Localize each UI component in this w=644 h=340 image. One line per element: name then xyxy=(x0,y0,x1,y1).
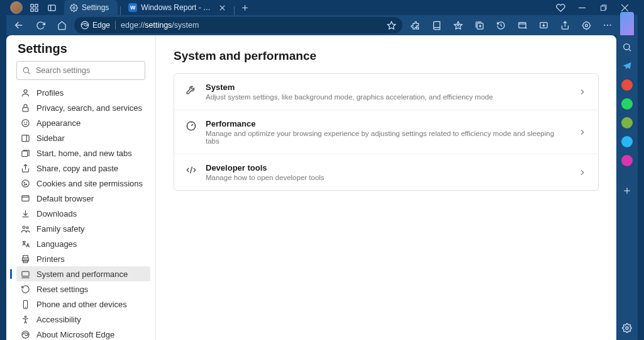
performance-icon[interactable] xyxy=(577,16,595,34)
browser-icon xyxy=(20,193,30,203)
svg-rect-2 xyxy=(30,8,33,11)
svg-rect-48 xyxy=(21,150,27,156)
address-bar[interactable]: Edge edge://settings/system xyxy=(74,17,402,33)
tab-label: Settings xyxy=(82,3,109,12)
chevron-right-icon xyxy=(578,88,587,96)
nav-languages[interactable]: Languages xyxy=(16,236,150,251)
copilot-button[interactable] xyxy=(620,12,634,37)
downloads-icon[interactable] xyxy=(535,16,552,34)
row-performance[interactable]: Performance Manage and optimize your bro… xyxy=(174,110,598,154)
row-title: Developer tools xyxy=(206,163,569,173)
svg-point-30 xyxy=(585,24,587,26)
svg-rect-12 xyxy=(601,6,605,10)
nav-cookies[interactable]: Cookies and site permissions xyxy=(16,176,150,191)
download-icon xyxy=(20,208,30,218)
svg-point-38 xyxy=(610,25,611,26)
close-icon[interactable] xyxy=(218,3,226,12)
new-tab-button[interactable] xyxy=(237,0,252,15)
sidebar-settings-icon[interactable] xyxy=(620,321,634,335)
nav-sidebar[interactable]: Sidebar xyxy=(16,130,150,145)
row-devtools[interactable]: Developer tools Manage how to open devel… xyxy=(174,154,598,190)
nav-share[interactable]: Share, copy and paste xyxy=(16,161,150,176)
settings-heading: Settings xyxy=(18,42,150,56)
nav-profiles[interactable]: Profiles xyxy=(16,85,150,100)
svg-point-44 xyxy=(24,122,25,122)
nav-downloads[interactable]: Downloads xyxy=(16,206,150,221)
language-icon xyxy=(20,239,30,249)
tab-actions-icon[interactable] xyxy=(44,0,59,15)
nav-family[interactable]: Family safety xyxy=(16,221,150,236)
nav-start-home[interactable]: Start, home, and new tabs xyxy=(16,145,150,161)
favorite-star-icon[interactable] xyxy=(387,21,396,30)
svg-point-31 xyxy=(582,21,589,28)
row-desc: Manage how to open developer tools xyxy=(206,174,569,181)
svg-rect-4 xyxy=(48,5,55,11)
history-icon[interactable] xyxy=(492,16,509,34)
profile-icon xyxy=(20,88,30,98)
maximize-button[interactable] xyxy=(592,0,614,15)
sidebar-app-icon-1[interactable] xyxy=(620,78,634,92)
settings-sidebar: Settings Profiles Privacy, search, and s… xyxy=(6,35,156,340)
minimize-button[interactable] xyxy=(571,0,592,15)
tab-settings[interactable]: Settings xyxy=(64,0,118,15)
row-system[interactable]: System Adjust system settings, like back… xyxy=(174,74,598,110)
extensions-icon[interactable] xyxy=(406,16,424,34)
svg-line-26 xyxy=(525,27,526,29)
home-button[interactable] xyxy=(53,16,70,34)
workspaces-icon[interactable] xyxy=(26,0,42,15)
chevron-right-icon xyxy=(578,128,587,137)
sidebar-search-icon[interactable] xyxy=(620,40,634,54)
phone-icon xyxy=(20,299,30,309)
tabs: Settings W Windows Report - Your go-to s… xyxy=(64,0,252,15)
sidebar-whatsapp-icon[interactable] xyxy=(620,97,634,111)
nav-appearance[interactable]: Appearance xyxy=(16,115,150,130)
app-icon[interactable] xyxy=(513,16,531,34)
search-icon xyxy=(22,66,31,75)
sidebar-add-icon[interactable] xyxy=(620,184,634,198)
search-input[interactable] xyxy=(36,66,140,75)
edge-sidebar xyxy=(616,35,638,340)
sidebar-app-icon-3[interactable] xyxy=(620,135,634,149)
svg-marker-17 xyxy=(387,21,396,29)
tab-label: Windows Report - Your go-to sou xyxy=(141,3,214,12)
nav-accessibility[interactable]: Accessibility xyxy=(16,312,150,327)
nav-privacy[interactable]: Privacy, search, and services xyxy=(16,100,150,115)
search-settings-box[interactable] xyxy=(16,61,145,80)
sidebar-telegram-icon[interactable] xyxy=(620,59,634,73)
svg-point-73 xyxy=(624,44,630,50)
nav-default-browser[interactable]: Default browser xyxy=(16,191,150,206)
refresh-button[interactable] xyxy=(31,16,49,34)
collections-icon[interactable] xyxy=(470,16,488,34)
sidebar-app-icon-2[interactable] xyxy=(620,116,634,130)
toolbar: Edge edge://settings/system xyxy=(6,15,638,35)
nav-system-performance[interactable]: System and performance xyxy=(16,266,150,281)
back-button[interactable] xyxy=(10,16,28,34)
nav-reset[interactable]: Reset settings xyxy=(16,281,150,297)
svg-rect-63 xyxy=(21,271,28,276)
svg-line-74 xyxy=(629,49,631,51)
favorites-icon[interactable] xyxy=(449,16,467,34)
browser-essentials-icon[interactable] xyxy=(550,0,571,15)
tab-windows-report[interactable]: W Windows Report - Your go-to sou xyxy=(123,0,231,15)
nav-printers[interactable]: Printers xyxy=(16,251,150,266)
svg-point-36 xyxy=(604,25,605,26)
page-title: System and performance xyxy=(174,49,599,63)
svg-point-53 xyxy=(24,184,25,184)
sidebar-messenger-icon[interactable] xyxy=(620,154,634,167)
share-icon[interactable] xyxy=(556,16,574,34)
tabs-icon xyxy=(20,148,30,158)
svg-rect-54 xyxy=(21,195,28,201)
profile-avatar[interactable] xyxy=(9,0,24,15)
tab-separator xyxy=(120,6,121,15)
nav-phone[interactable]: Phone and other devices xyxy=(16,297,150,312)
svg-point-37 xyxy=(607,25,608,26)
nav-about[interactable]: About Microsoft Edge xyxy=(16,327,150,340)
more-menu-icon[interactable] xyxy=(599,16,616,34)
svg-point-77 xyxy=(626,327,628,329)
svg-point-51 xyxy=(24,182,25,183)
devtools-icon xyxy=(186,164,197,176)
svg-rect-1 xyxy=(35,4,37,6)
svg-rect-0 xyxy=(30,4,33,6)
gear-icon xyxy=(69,3,78,12)
read-aloud-icon[interactable] xyxy=(428,16,445,34)
